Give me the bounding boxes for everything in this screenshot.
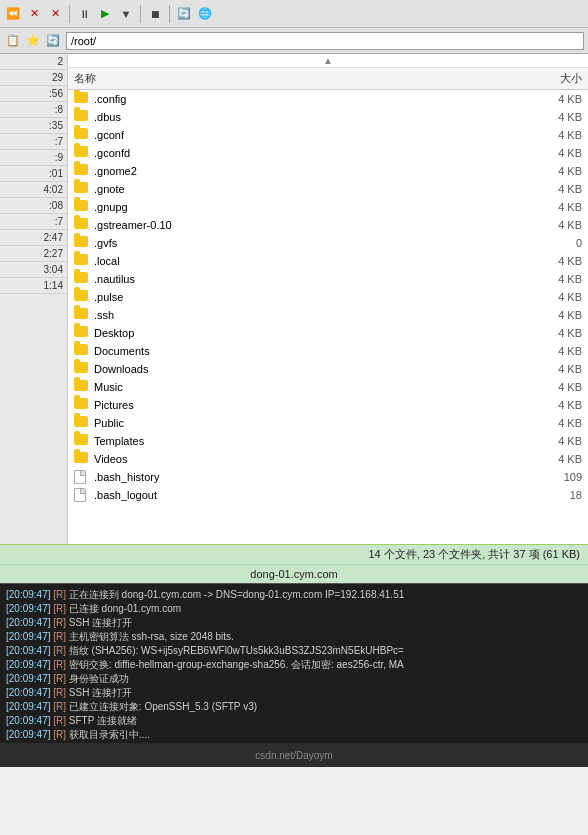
log-direction: [R] (50, 659, 66, 670)
file-list-area: ▲ 名称 大小 .config4 KB.dbus4 KB.gconf4 KB.g… (68, 54, 588, 544)
table-row[interactable]: .local4 KB (68, 252, 588, 270)
table-row[interactable]: .dbus4 KB (68, 108, 588, 126)
log-time: [20:09:47] (6, 701, 50, 712)
table-row[interactable]: .config4 KB (68, 90, 588, 108)
log-content: 已建立连接对象: OpenSSH_5.3 (SFTP v3) (66, 701, 257, 712)
folder-icon (74, 200, 88, 211)
toolbar-icon-refresh[interactable]: 🔄 (175, 5, 193, 23)
file-size-label: 4 KB (522, 453, 582, 465)
log-time: [20:09:47] (6, 673, 50, 684)
file-icon (74, 488, 86, 502)
file-name-label: Desktop (94, 327, 522, 339)
log-content: 指纹 (SHA256): WS+ij5syREB6WFl0wTUs5kk3uBS… (66, 645, 404, 656)
table-row[interactable]: Downloads4 KB (68, 360, 588, 378)
toolbar-icon-play[interactable]: ▶ (96, 5, 114, 23)
status-server-row: dong-01.cym.com (0, 564, 588, 583)
status-summary: 14 个文件, 23 个文件夹, 共计 37 项 (61 KB) (368, 547, 580, 562)
file-name-label: .gstreamer-0.10 (94, 219, 522, 231)
folder-icon (74, 110, 88, 121)
log-line: [20:09:47] [R] 获取目录索引中.... (6, 728, 582, 742)
col-size-header[interactable]: 大小 (522, 71, 582, 86)
log-time: [20:09:47] (6, 659, 50, 670)
left-time-13: 3:04 (0, 262, 67, 278)
table-row[interactable]: .pulse4 KB (68, 288, 588, 306)
log-direction: [R] (50, 701, 66, 712)
folder-icon (74, 290, 88, 301)
log-line: [20:09:47] [R] SSH 连接打开 (6, 686, 582, 700)
table-row[interactable]: .gconfd4 KB (68, 144, 588, 162)
toolbar-icon-back[interactable]: ⏪ (4, 5, 22, 23)
toolbar-icon-close1[interactable]: ✕ (25, 5, 43, 23)
file-name-label: Public (94, 417, 522, 429)
file-size-label: 4 KB (522, 309, 582, 321)
file-name-label: .bash_logout (94, 489, 522, 501)
left-time-7: :01 (0, 166, 67, 182)
table-row[interactable]: .ssh4 KB (68, 306, 588, 324)
watermark-text: csdn.net/Dayoym (255, 750, 332, 761)
log-time: [20:09:47] (6, 687, 50, 698)
table-row[interactable]: .gnupg4 KB (68, 198, 588, 216)
toolbar-icon-close2[interactable]: ✕ (46, 5, 64, 23)
main-area: 2 29 :56 :8 :35 :7 :9 :01 4:02 :08 :7 2:… (0, 54, 588, 544)
file-name-label: .pulse (94, 291, 522, 303)
file-size-label: 4 KB (522, 273, 582, 285)
log-content: 密钥交换: diffie-hellman-group-exchange-sha2… (66, 659, 404, 670)
log-line: [20:09:47] [R] 已连接 dong-01.cym.com (6, 602, 582, 616)
log-line: [20:09:47] [R] 正在连接到 dong-01.cym.com -> … (6, 588, 582, 602)
file-name-label: .local (94, 255, 522, 267)
table-row[interactable]: .bash_history109 (68, 468, 588, 486)
folder-icon (74, 416, 88, 427)
addr-icon-star[interactable]: ⭐ (24, 32, 42, 50)
folder-icon (74, 452, 88, 463)
toolbar-icon-pause[interactable]: ⏸ (75, 5, 93, 23)
folder-icon (74, 344, 88, 355)
file-name-label: .gnupg (94, 201, 522, 213)
table-row[interactable]: Pictures4 KB (68, 396, 588, 414)
folder-icon (74, 146, 88, 157)
folder-icon (74, 218, 88, 229)
left-time-0: 2 (0, 54, 67, 70)
table-row[interactable]: .gstreamer-0.104 KB (68, 216, 588, 234)
addr-icon-clipboard[interactable]: 📋 (4, 32, 22, 50)
table-row[interactable]: Public4 KB (68, 414, 588, 432)
folder-icon (74, 164, 88, 175)
table-row[interactable]: .gvfs0 (68, 234, 588, 252)
col-name-header[interactable]: 名称 (74, 71, 522, 86)
addressbar: 📋 ⭐ 🔄 (0, 28, 588, 54)
folder-icon (74, 362, 88, 373)
log-content: SFTP 连接就绪 (66, 715, 137, 726)
table-row[interactable]: Desktop4 KB (68, 324, 588, 342)
left-time-10: :7 (0, 214, 67, 230)
table-row[interactable]: .gconf4 KB (68, 126, 588, 144)
log-time: [20:09:47] (6, 603, 50, 614)
table-row[interactable]: .gnome24 KB (68, 162, 588, 180)
left-time-6: :9 (0, 150, 67, 166)
log-direction: [R] (50, 645, 66, 656)
file-size-label: 4 KB (522, 435, 582, 447)
log-content: 已连接 dong-01.cym.com (66, 603, 181, 614)
address-input[interactable] (66, 32, 584, 50)
log-content: 获取目录索引中.... (66, 729, 150, 740)
toolbar-icon-globe[interactable]: 🌐 (196, 5, 214, 23)
folder-icon (74, 236, 88, 247)
table-row[interactable]: .gnote4 KB (68, 180, 588, 198)
table-row[interactable]: Templates4 KB (68, 432, 588, 450)
table-row[interactable]: Videos4 KB (68, 450, 588, 468)
file-size-label: 4 KB (522, 381, 582, 393)
left-time-5: :7 (0, 134, 67, 150)
folder-icon (74, 308, 88, 319)
file-name-label: .config (94, 93, 522, 105)
file-name-label: .ssh (94, 309, 522, 321)
log-line: [20:09:47] [R] SFTP 连接就绪 (6, 714, 582, 728)
addr-icon-refresh[interactable]: 🔄 (44, 32, 62, 50)
file-name-label: Music (94, 381, 522, 393)
table-row[interactable]: .bash_logout18 (68, 486, 588, 504)
toolbar-icon-stop[interactable]: ⏹ (146, 5, 164, 23)
toolbar-icon-dropdown[interactable]: ▼ (117, 5, 135, 23)
table-row[interactable]: .nautilus4 KB (68, 270, 588, 288)
table-row[interactable]: Music4 KB (68, 378, 588, 396)
table-row[interactable]: Documents4 KB (68, 342, 588, 360)
file-size-label: 4 KB (522, 255, 582, 267)
watermark-bar: csdn.net/Dayoym (0, 743, 588, 767)
log-content: 身份验证成功 (66, 673, 129, 684)
